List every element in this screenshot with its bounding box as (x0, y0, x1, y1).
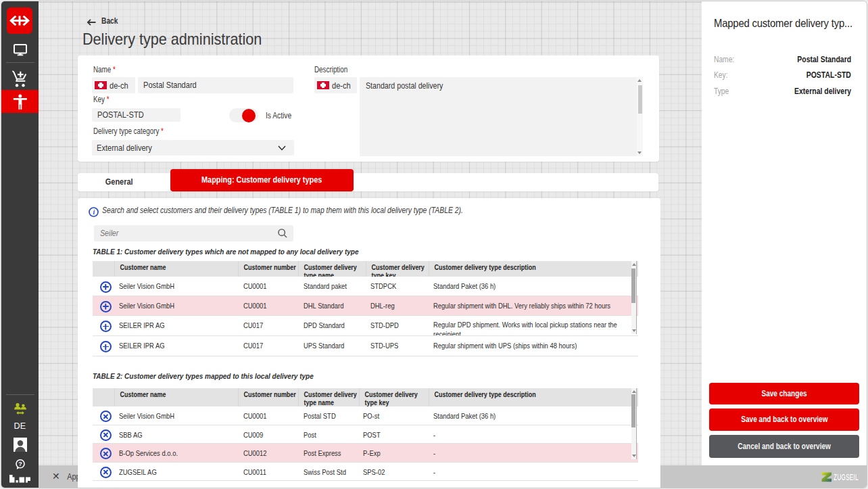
svg-text:ZUGSEIL: ZUGSEIL (834, 472, 859, 482)
svg-text:?: ? (18, 461, 22, 467)
svg-text:i: i (93, 208, 95, 216)
